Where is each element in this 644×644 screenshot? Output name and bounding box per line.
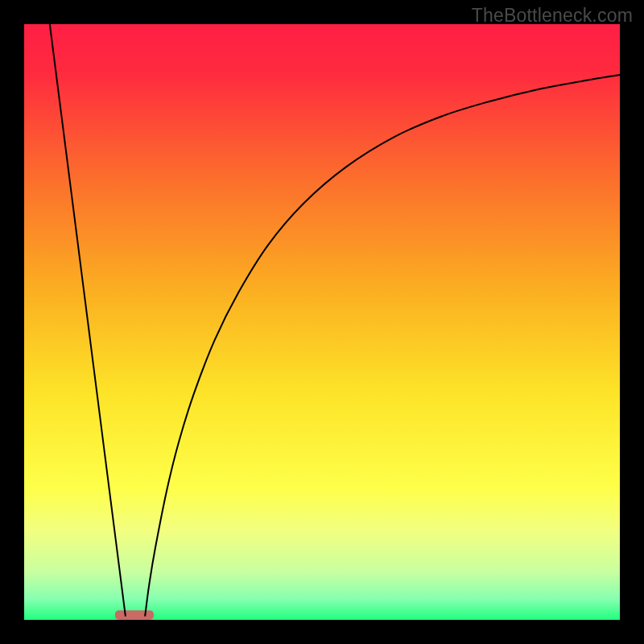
bottleneck-chart bbox=[0, 0, 644, 644]
target-marker bbox=[115, 610, 154, 620]
watermark-text: TheBottleneck.com bbox=[472, 5, 633, 27]
plot-background bbox=[24, 24, 620, 620]
chart-frame: TheBottleneck.com bbox=[0, 0, 644, 644]
